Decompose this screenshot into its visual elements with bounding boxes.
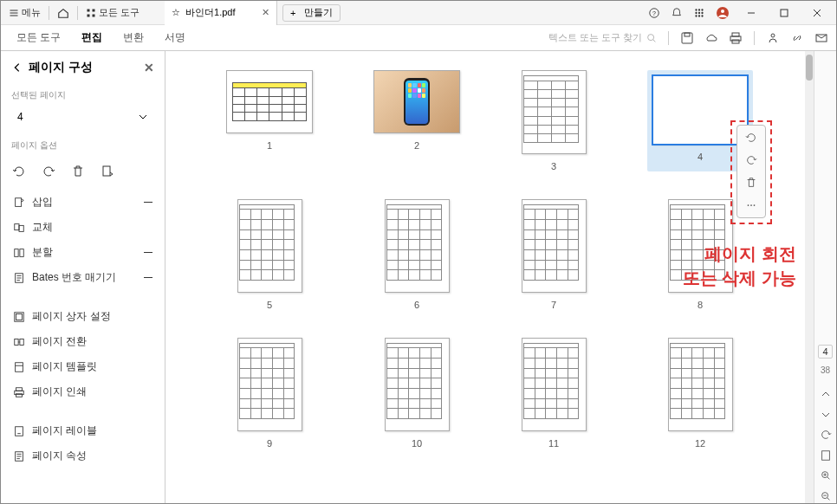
maximize-button[interactable] [769, 1, 800, 25]
float-delete[interactable] [744, 176, 758, 190]
extract-button[interactable] [100, 164, 115, 179]
chevron-down-icon [138, 112, 148, 122]
save-button[interactable] [679, 30, 695, 46]
sidebar-close[interactable]: ✕ [144, 61, 154, 74]
thumbnails-grid: 1 2 3 4 5 6 7 8 9 10 11 12 [165, 51, 814, 475]
apps-button[interactable] [689, 3, 710, 23]
rail-up[interactable] [819, 387, 833, 401]
cloud-button[interactable] [704, 30, 719, 46]
sidebar-item-transition[interactable]: 페이지 전환 [11, 329, 154, 354]
tool-tab-alltools[interactable]: 모든 도구 [8, 27, 69, 48]
selected-page-select[interactable]: 4 [11, 107, 154, 127]
page-thumb[interactable]: 2 [373, 70, 460, 171]
rail-page-icon[interactable] [819, 449, 833, 462]
svg-rect-38 [16, 387, 23, 391]
sidebar-item-properties[interactable]: 페이지 속성 [11, 443, 154, 468]
sidebar-item-bates[interactable]: Bates 번호 매기기 [11, 265, 154, 290]
sidebar-item-insert[interactable]: 삽입 [11, 190, 154, 215]
svg-point-45 [754, 204, 756, 206]
page-thumb[interactable]: 10 [373, 338, 460, 449]
chevron-left-icon[interactable] [11, 61, 23, 74]
pagebox-icon [13, 311, 25, 323]
tool-tab-edit[interactable]: 편집 [73, 27, 111, 48]
tool-tab-convert[interactable]: 변환 [114, 27, 152, 48]
page-thumb[interactable]: 1 [226, 70, 313, 171]
transition-icon [13, 336, 25, 348]
float-rotate-ccw[interactable] [744, 131, 758, 145]
link-button[interactable] [789, 30, 805, 46]
rail-zoom-in[interactable] [819, 469, 833, 483]
grid9-icon [693, 7, 705, 19]
page-preview [385, 199, 450, 293]
share-button[interactable] [765, 30, 781, 46]
page-thumb[interactable]: 11 [521, 338, 587, 449]
svg-point-44 [750, 204, 752, 206]
sidebar-item-template[interactable]: 페이지 템플릿 [11, 354, 154, 379]
all-tools-button[interactable]: 모든 도구 [81, 3, 144, 23]
sidebar-item-split[interactable]: 분할 [11, 240, 154, 265]
svg-point-7 [698, 9, 700, 10]
help-icon: ? [648, 7, 660, 19]
page-number: 1 [267, 140, 272, 151]
svg-point-13 [698, 15, 700, 16]
page-preview [522, 338, 587, 431]
print-button[interactable] [728, 30, 743, 46]
svg-point-18 [648, 34, 654, 40]
svg-rect-28 [15, 223, 19, 229]
scroll-area[interactable]: 1 2 3 4 5 6 7 8 9 10 11 12 [165, 51, 814, 503]
close-button[interactable] [801, 1, 833, 25]
tool-tab-sign[interactable]: 서명 [156, 27, 194, 48]
delete-button[interactable] [70, 164, 86, 179]
svg-rect-19 [682, 33, 692, 43]
rotate-ccw-button[interactable] [11, 164, 27, 179]
sidebar: 페이지 구성 ✕ 선택된 페이지 4 페이지 옵션 삽입 교체 분할 Bates… [1, 51, 165, 503]
rail-down[interactable] [819, 408, 833, 422]
label-icon [13, 425, 25, 437]
print-icon [729, 31, 743, 45]
sidebar-item-label[interactable]: 페이지 레이블 [11, 418, 154, 443]
rotate-cw-icon [745, 154, 757, 166]
page-thumb[interactable]: 9 [226, 338, 313, 449]
sidebar-item-pagebox[interactable]: 페이지 상자 설정 [11, 304, 154, 329]
search-box[interactable]: 텍스트 또는 도구 찾기 [548, 31, 658, 44]
trash-icon [745, 177, 757, 189]
rail-current-page[interactable]: 4 [818, 345, 832, 359]
sidebar-item-replace[interactable]: 교체 [11, 215, 154, 240]
rail-zoom-out[interactable] [819, 489, 833, 503]
page-number: 7 [551, 300, 556, 310]
create-tab-button[interactable]: + 만들기 [282, 4, 340, 22]
page-preview [668, 199, 733, 293]
help-button[interactable]: ? [644, 3, 665, 23]
tab-close-button[interactable]: ✕ [262, 7, 269, 18]
bell-button[interactable] [666, 3, 687, 23]
sidebar-item-label: 분할 [32, 245, 53, 260]
svg-text:?: ? [652, 10, 656, 16]
float-rotate-cw[interactable] [744, 153, 758, 167]
mail-button[interactable] [814, 30, 829, 46]
svg-rect-34 [16, 313, 23, 320]
svg-point-16 [721, 10, 724, 13]
toolbar: 모든 도구 편집 변환 서명 텍스트 또는 도구 찾기 [1, 25, 836, 51]
home-button[interactable] [53, 3, 74, 23]
page-thumb[interactable]: 6 [373, 199, 460, 310]
document-tab[interactable]: ☆ 바인더1.pdf ✕ [165, 1, 277, 25]
page-number: 12 [695, 438, 705, 449]
sidebar-item-print[interactable]: 페이지 인쇄 [11, 379, 154, 404]
profile-button[interactable] [711, 3, 734, 23]
rail-rotate[interactable] [819, 428, 833, 442]
chevron-up-icon [821, 389, 831, 399]
rotate-cw-button[interactable] [41, 164, 56, 179]
minimize-button[interactable] [736, 1, 767, 25]
page-number: 6 [414, 300, 419, 310]
page-thumb[interactable]: 12 [647, 338, 753, 449]
titlebar-left: 메뉴 모든 도구 [1, 3, 147, 23]
sidebar-item-label: 페이지 인쇄 [32, 384, 87, 399]
float-more[interactable] [744, 198, 758, 212]
page-thumb[interactable]: 3 [521, 70, 587, 171]
menu-label: 메뉴 [22, 6, 41, 19]
menu-button[interactable]: 메뉴 [4, 3, 45, 23]
page-thumb[interactable]: 5 [226, 199, 313, 310]
page-preview [237, 338, 302, 431]
page-thumb[interactable]: 7 [521, 199, 587, 310]
page-number: 3 [551, 161, 556, 171]
